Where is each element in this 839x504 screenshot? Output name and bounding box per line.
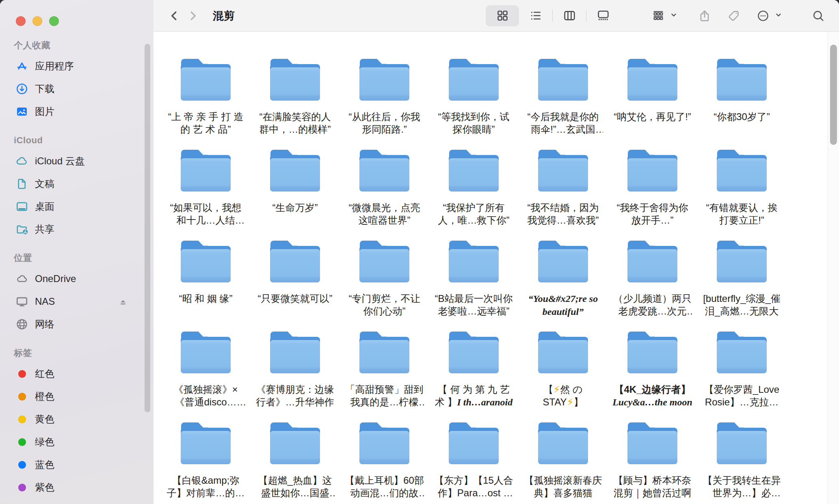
- folder-item[interactable]: 【东方】【15人合作】Para…ost X 15: [434, 422, 514, 504]
- sidebar-item-network[interactable]: 网络: [0, 313, 154, 336]
- folder-item[interactable]: “等我找到你，试探你眼睛”: [434, 59, 514, 150]
- folder-icon: [270, 332, 320, 373]
- group-by-button[interactable]: [649, 6, 678, 25]
- folder-icon: [449, 150, 499, 192]
- sidebar-item-label: 红色: [35, 367, 54, 380]
- folder-item[interactable]: “今后我就是你的雨伞!”…玄武国篇】: [523, 59, 603, 150]
- sidebar-item-tag-yellow[interactable]: 黄色: [0, 408, 154, 431]
- sidebar-item-desktop[interactable]: 桌面: [0, 195, 154, 218]
- gallery-view-button[interactable]: [586, 5, 620, 26]
- folder-name: “只要微笑就可以”: [258, 292, 333, 305]
- folder-name: “呐艾伦，再见了!”: [614, 110, 691, 123]
- folder-item[interactable]: “生命万岁”: [255, 150, 335, 241]
- folder-item[interactable]: “微微晨光，点亮这喧器世界”: [344, 150, 424, 241]
- share-button[interactable]: [695, 6, 714, 25]
- sidebar-item-documents[interactable]: 文稿: [0, 172, 154, 195]
- folder-item[interactable]: “专门剪烂，不让你们心动”: [344, 241, 424, 332]
- forward-button[interactable]: [184, 6, 202, 25]
- folder-name: 「高甜预警」甜到我真的是…柠檬啊！: [344, 383, 424, 408]
- sidebar-item-downloads[interactable]: 下载: [0, 78, 154, 100]
- sidebar-item-onedrive[interactable]: OneDrive: [0, 267, 154, 290]
- folder-name: 【白银&amp;弥子】对前辈…的地步。: [166, 474, 246, 499]
- folder-icon: [181, 241, 231, 282]
- sidebar-item-label: 蓝色: [35, 458, 54, 471]
- sidebar-nav: 个人收藏应用程序下载图片iCloudiCloud 云盘文稿桌面共享位置OneDr…: [0, 39, 154, 504]
- columns-view-button[interactable]: [553, 5, 586, 26]
- zoom-window-button[interactable]: [49, 16, 59, 26]
- folder-item[interactable]: “上 帝 亲 手 打 造 的 艺 术 品”: [166, 59, 246, 150]
- folder-item[interactable]: “我不结婚，因为我觉得…喜欢我”: [523, 150, 603, 241]
- tag-dot-icon: [15, 389, 29, 404]
- sidebar-item-label: OneDrive: [35, 273, 76, 284]
- sidebar-item-tag-red[interactable]: 红色: [0, 362, 154, 385]
- folder-item[interactable]: 【孤独摇滚新春庆典】喜多猫猫: [523, 422, 603, 504]
- folder-item[interactable]: 【顾与】桥本环奈混剪｜她曾活过啊: [612, 422, 692, 504]
- folder-icon: [449, 59, 499, 101]
- folder-icon: [181, 332, 231, 373]
- folder-item[interactable]: 《孤独摇滚》×《普通disco…isco》~: [166, 332, 246, 422]
- folder-name: “上 帝 亲 手 打 造 的 艺 术 品”: [166, 110, 246, 136]
- folder-item[interactable]: 【白银&amp;弥子】对前辈…的地步。: [166, 422, 246, 504]
- desktop-icon: [15, 199, 29, 214]
- folder-name: “从此往后，你我形同陌路.”: [344, 110, 424, 136]
- close-window-button[interactable]: [16, 16, 26, 26]
- folder-item[interactable]: “只要微笑就可以”: [255, 241, 335, 332]
- sidebar-item-label: 黄色: [35, 413, 54, 426]
- sidebar-item-label: 应用程序: [35, 60, 74, 73]
- folder-name: 【东方】【15人合作】Para…ost X 15: [434, 474, 514, 499]
- folder-icon: [717, 422, 767, 464]
- sidebar-item-label: 文稿: [35, 177, 54, 190]
- sidebar-item-tag-orange[interactable]: 橙色: [0, 385, 154, 408]
- folder-item[interactable]: “昭 和 姻 缘”: [166, 241, 246, 332]
- folder-name: “有错就要认，挨打要立正!”: [702, 201, 782, 226]
- sidebar-item-pictures[interactable]: 图片: [0, 100, 154, 123]
- folder-item[interactable]: 【超燃_热血】这盛世如你…国盛世): [255, 422, 335, 504]
- folder-item[interactable]: （少儿频道）两只老虎爱跳…次元版！: [612, 241, 692, 332]
- content-scrollbar-track[interactable]: [828, 32, 839, 504]
- folder-item[interactable]: 【爱你罗茜_Love Rosie】…克拉弗林: [702, 332, 782, 422]
- content-scrollbar-thumb[interactable]: [830, 45, 837, 145]
- folder-item[interactable]: “有错就要认，挨打要立正!”: [702, 150, 782, 241]
- folder-item[interactable]: 《赛博朋克：边缘行者》…升华神作: [255, 332, 335, 422]
- folder-name: “等我找到你，试探你眼睛”: [434, 110, 514, 136]
- folder-item[interactable]: 【关于我转生在异世界为…】必火！！！: [702, 422, 782, 504]
- folder-item[interactable]: 「高甜预警」甜到我真的是…柠檬啊！: [344, 332, 424, 422]
- folder-name: 【超燃_热血】这盛世如你…国盛世): [255, 474, 335, 499]
- sidebar-item-tag-green[interactable]: 绿色: [0, 431, 154, 453]
- folder-item[interactable]: “B站最后一次叫你老婆啦…远幸福”: [434, 241, 514, 332]
- sidebar-item-applications[interactable]: 应用程序: [0, 55, 154, 78]
- folder-item[interactable]: 【4K_边缘行者】Lucy&a…the moon: [612, 332, 692, 422]
- sidebar-section-title: 位置: [0, 251, 154, 265]
- folder-item[interactable]: 【 何 为 第 九 艺 术 】I th…aranoid: [434, 332, 514, 422]
- folder-item[interactable]: “我终于舍得为你放开手…”: [612, 150, 692, 241]
- folder-item[interactable]: [butterfly_综漫_催泪_高燃…无限大: [702, 241, 782, 332]
- folder-item[interactable]: 【⚡然 の STAY⚡】: [523, 332, 603, 422]
- eject-icon[interactable]: [117, 295, 129, 308]
- more-options-button[interactable]: [754, 6, 783, 25]
- folder-item[interactable]: “呐艾伦，再见了!”: [612, 59, 692, 150]
- sidebar-item-shared[interactable]: 共享: [0, 218, 154, 241]
- back-button[interactable]: [165, 6, 184, 25]
- icon-view-button[interactable]: [486, 5, 519, 26]
- sidebar-item-icloud-drive[interactable]: iCloud 云盘: [0, 150, 154, 172]
- sidebar-item-tag-blue[interactable]: 蓝色: [0, 453, 154, 476]
- folder-item[interactable]: “在满脸笑容的人群中，…的模样”: [255, 59, 335, 150]
- list-view-button[interactable]: [519, 5, 552, 26]
- folder-item[interactable]: “我保护了所有人，唯…救下你”: [434, 150, 514, 241]
- tag-button[interactable]: [724, 6, 743, 25]
- folder-item[interactable]: “You&#x27;re so beautiful”: [523, 241, 603, 332]
- tag-dot-icon: [15, 412, 29, 426]
- search-button[interactable]: [809, 6, 828, 25]
- folder-item[interactable]: “从此往后，你我形同陌路.”: [344, 59, 424, 150]
- sidebar-scrollbar[interactable]: [145, 44, 150, 412]
- minimize-window-button[interactable]: [32, 16, 42, 26]
- folder-icon: [717, 59, 767, 101]
- folder-item[interactable]: “你都30岁了”: [702, 59, 782, 150]
- sidebar-item-nas[interactable]: NAS: [0, 290, 154, 313]
- folder-item[interactable]: “如果可以，我想和十几…人结婚。”: [166, 150, 246, 241]
- sidebar-item-label: 下载: [35, 82, 54, 95]
- folder-icon: [449, 241, 499, 282]
- folder-icon: [538, 241, 588, 282]
- sidebar-item-tag-purple[interactable]: 紫色: [0, 476, 154, 499]
- folder-item[interactable]: 【戴上耳机】60部动画混…们的故事!: [344, 422, 424, 504]
